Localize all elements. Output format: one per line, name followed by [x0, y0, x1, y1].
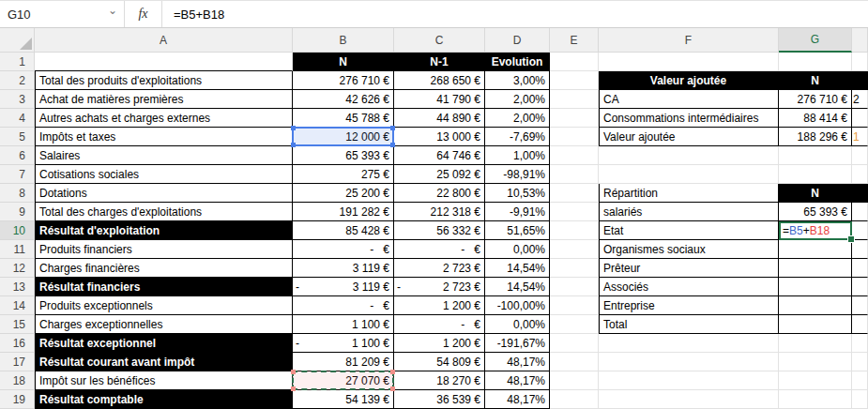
row-header-18[interactable]: 18 [0, 371, 35, 390]
cell-G12[interactable] [779, 259, 852, 278]
row-header-16[interactable]: 16 [0, 334, 35, 353]
cell-D8[interactable]: 10,53% [485, 184, 550, 203]
cell-A11[interactable]: Produits financiers [35, 240, 293, 259]
cell-C5[interactable]: 13 000 € [394, 128, 485, 146]
cell-E7[interactable] [550, 165, 599, 184]
cell-B4[interactable]: 45 788 € [293, 109, 394, 128]
cell-D6[interactable]: 1,00% [485, 146, 550, 165]
cell-D3[interactable]: 2,00% [485, 90, 550, 109]
cell-A19[interactable]: Résultat comptable [35, 390, 293, 409]
cell-D18[interactable]: 48,17% [485, 371, 550, 390]
cell-G17[interactable] [779, 353, 852, 371]
cell-C8[interactable]: 22 800 € [394, 184, 485, 203]
row-header-9[interactable]: 9 [0, 203, 35, 221]
cell-F4[interactable]: Consommations intermédiaires [599, 109, 779, 128]
column-header-H[interactable] [852, 28, 868, 53]
cell-A14[interactable]: Produits exceptionnels [35, 296, 293, 315]
cell-C16[interactable]: 1 200 € [394, 334, 485, 353]
cell-G9[interactable]: 65 393 € [779, 203, 852, 221]
cell-G15[interactable] [779, 315, 852, 334]
cell-E4[interactable] [550, 109, 599, 128]
cell-G4[interactable]: 88 414 € [779, 109, 852, 128]
cell-B19[interactable]: 54 139 € [293, 390, 394, 409]
cell-A3[interactable]: Achat de matières premières [35, 90, 293, 109]
row-header-7[interactable]: 7 [0, 165, 35, 184]
cell-G7[interactable] [779, 165, 852, 184]
column-header-B[interactable]: B [293, 28, 394, 53]
cell-H18[interactable] [852, 371, 868, 390]
cell-E16[interactable] [550, 334, 599, 353]
cell-A12[interactable]: Charges financières [35, 259, 293, 278]
row-header-15[interactable]: 15 [0, 315, 35, 334]
column-header-D[interactable]: D [485, 28, 550, 53]
cell-H2[interactable] [852, 71, 868, 90]
row-header-4[interactable]: 4 [0, 109, 35, 128]
row-header-13[interactable]: 13 [0, 278, 35, 296]
cell-G6[interactable] [779, 146, 852, 165]
cell-H19[interactable] [852, 390, 868, 409]
cell-B7[interactable]: 275 € [293, 165, 394, 184]
row-header-17[interactable]: 17 [0, 353, 35, 371]
cell-E12[interactable] [550, 259, 599, 278]
cell-C11[interactable]: - € [394, 240, 485, 259]
cell-H6[interactable] [852, 146, 868, 165]
row-header-12[interactable]: 12 [0, 259, 35, 278]
row-header-10[interactable]: 10 [0, 221, 35, 240]
cell-D13[interactable]: 14,54% [485, 278, 550, 296]
cell-A17[interactable]: Résultat courant avant impôt [35, 353, 293, 371]
cell-C15[interactable]: - € [394, 315, 485, 334]
row-header-1[interactable]: 1 [0, 53, 35, 71]
cell-C9[interactable]: 212 318 € [394, 203, 485, 221]
cell-A15[interactable]: Charges exceptionnelles [35, 315, 293, 334]
column-header-E[interactable]: E [550, 28, 599, 53]
cell-H8[interactable] [852, 184, 868, 203]
cell-E15[interactable] [550, 315, 599, 334]
cell-A2[interactable]: Total des produits d'exploitations [35, 71, 293, 90]
cell-H14[interactable] [852, 296, 868, 315]
row-header-8[interactable]: 8 [0, 184, 35, 203]
column-header-A[interactable]: A [35, 28, 293, 53]
cell-G1[interactable] [779, 53, 852, 71]
cell-H4[interactable] [852, 109, 868, 128]
cell-B15[interactable]: 1 100 € [293, 315, 394, 334]
cell-E19[interactable] [550, 390, 599, 409]
cell-C10[interactable]: 56 332 € [394, 221, 485, 240]
column-header-G[interactable]: G [779, 28, 852, 53]
cell-E11[interactable] [550, 240, 599, 259]
cell-F17[interactable] [599, 353, 779, 371]
cell-D5[interactable]: -7,69% [485, 128, 550, 146]
cell-A16[interactable]: Résultat exceptionnel [35, 334, 293, 353]
cell-D12[interactable]: 14,54% [485, 259, 550, 278]
cell-C1[interactable]: N-1 [394, 53, 485, 71]
row-header-19[interactable]: 19 [0, 390, 35, 409]
cell-G8[interactable]: N [779, 184, 852, 203]
formula-input[interactable]: =B5+B18 [162, 1, 868, 27]
cell-F2[interactable]: Valeur ajoutée [599, 71, 779, 90]
cell-F15[interactable]: Total [599, 315, 779, 334]
chevron-down-icon[interactable]: ⌄ [108, 5, 117, 16]
cell-E6[interactable] [550, 146, 599, 165]
cell-E5[interactable] [550, 128, 599, 146]
cell-D14[interactable]: -100,00% [485, 296, 550, 315]
cell-E13[interactable] [550, 278, 599, 296]
cell-E14[interactable] [550, 296, 599, 315]
cell-E3[interactable] [550, 90, 599, 109]
cell-E2[interactable] [550, 71, 599, 90]
cell-C6[interactable]: 64 746 € [394, 146, 485, 165]
cell-B11[interactable]: - € [293, 240, 394, 259]
cell-G5[interactable]: 188 296 € [779, 128, 852, 146]
cell-B16[interactable]: -1 100 € [293, 334, 394, 353]
cell-G3[interactable]: 276 710 € [779, 90, 852, 109]
cell-B6[interactable]: 65 393 € [293, 146, 394, 165]
cell-B17[interactable]: 81 209 € [293, 353, 394, 371]
cell-F5[interactable]: Valeur ajoutée [599, 128, 779, 146]
cell-E1[interactable] [550, 53, 599, 71]
name-box[interactable]: G10 ⌄ [0, 1, 125, 27]
cell-H7[interactable] [852, 165, 868, 184]
cell-E18[interactable] [550, 371, 599, 390]
cell-C7[interactable]: 25 092 € [394, 165, 485, 184]
cell-H3[interactable]: 2 [852, 90, 868, 109]
select-all-corner[interactable] [0, 28, 35, 53]
cell-D15[interactable]: 0,00% [485, 315, 550, 334]
cell-A10[interactable]: Résultat d'exploitation [35, 221, 293, 240]
